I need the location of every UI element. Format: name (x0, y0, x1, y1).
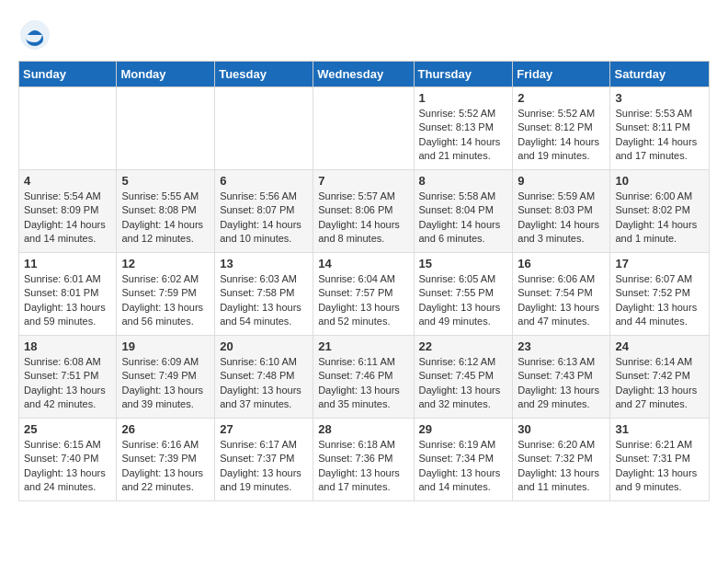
calendar-cell: 5Sunrise: 5:55 AM Sunset: 8:08 PM Daylig… (117, 170, 215, 253)
day-number: 5 (121, 174, 210, 188)
day-number: 20 (220, 339, 308, 353)
logo-icon (18, 18, 51, 52)
day-number: 14 (318, 257, 408, 270)
day-number: 19 (121, 339, 210, 353)
day-number: 10 (615, 174, 704, 188)
day-header-tuesday: Tuesday (215, 62, 313, 87)
day-number: 22 (419, 339, 508, 353)
cell-content: Sunrise: 6:19 AM Sunset: 7:34 PM Dayligh… (419, 438, 508, 495)
cell-content: Sunrise: 5:56 AM Sunset: 8:07 PM Dayligh… (220, 190, 308, 247)
cell-content: Sunrise: 6:04 AM Sunset: 7:57 PM Dayligh… (318, 272, 408, 329)
day-header-wednesday: Wednesday (313, 62, 414, 87)
cell-content: Sunrise: 6:18 AM Sunset: 7:36 PM Dayligh… (318, 438, 408, 495)
cell-content: Sunrise: 6:21 AM Sunset: 7:31 PM Dayligh… (615, 438, 704, 495)
cell-content: Sunrise: 6:16 AM Sunset: 7:39 PM Dayligh… (121, 438, 210, 495)
calendar-cell: 29Sunrise: 6:19 AM Sunset: 7:34 PM Dayli… (414, 419, 513, 501)
cell-content: Sunrise: 6:07 AM Sunset: 7:52 PM Dayligh… (615, 272, 704, 329)
cell-content: Sunrise: 6:20 AM Sunset: 7:32 PM Dayligh… (518, 438, 605, 495)
day-number: 13 (220, 257, 308, 270)
calendar-cell: 2Sunrise: 5:52 AM Sunset: 8:12 PM Daylig… (513, 87, 610, 170)
calendar-cell: 14Sunrise: 6:04 AM Sunset: 7:57 PM Dayli… (313, 253, 414, 336)
day-header-monday: Monday (117, 62, 215, 87)
cell-content: Sunrise: 5:54 AM Sunset: 8:09 PM Dayligh… (24, 190, 111, 247)
cell-content: Sunrise: 6:12 AM Sunset: 7:45 PM Dayligh… (419, 355, 508, 412)
day-number: 6 (220, 174, 308, 188)
cell-content: Sunrise: 5:57 AM Sunset: 8:06 PM Dayligh… (318, 190, 408, 247)
calendar-cell (215, 87, 313, 170)
day-number: 2 (518, 91, 605, 105)
cell-content: Sunrise: 6:09 AM Sunset: 7:49 PM Dayligh… (121, 355, 210, 412)
day-number: 31 (615, 422, 704, 436)
day-header-sunday: Sunday (19, 62, 117, 87)
day-header-friday: Friday (513, 62, 610, 87)
calendar-cell: 3Sunrise: 5:53 AM Sunset: 8:11 PM Daylig… (610, 87, 710, 170)
cell-content: Sunrise: 5:53 AM Sunset: 8:11 PM Dayligh… (615, 107, 704, 164)
day-header-thursday: Thursday (414, 62, 513, 87)
cell-content: Sunrise: 6:06 AM Sunset: 7:54 PM Dayligh… (518, 272, 605, 329)
calendar-table: SundayMondayTuesdayWednesdayThursdayFrid… (18, 61, 710, 501)
cell-content: Sunrise: 6:17 AM Sunset: 7:37 PM Dayligh… (220, 438, 308, 495)
day-number: 12 (121, 257, 210, 270)
calendar-cell: 26Sunrise: 6:16 AM Sunset: 7:39 PM Dayli… (117, 419, 215, 501)
calendar-cell (313, 87, 414, 170)
calendar-cell: 17Sunrise: 6:07 AM Sunset: 7:52 PM Dayli… (610, 253, 710, 336)
calendar-cell: 30Sunrise: 6:20 AM Sunset: 7:32 PM Dayli… (513, 419, 610, 501)
calendar-cell: 18Sunrise: 6:08 AM Sunset: 7:51 PM Dayli… (19, 336, 117, 419)
calendar-cell: 12Sunrise: 6:02 AM Sunset: 7:59 PM Dayli… (117, 253, 215, 336)
day-number: 7 (318, 174, 408, 188)
calendar-cell: 7Sunrise: 5:57 AM Sunset: 8:06 PM Daylig… (313, 170, 414, 253)
cell-content: Sunrise: 5:59 AM Sunset: 8:03 PM Dayligh… (518, 190, 605, 247)
day-number: 17 (615, 257, 704, 270)
calendar-cell: 28Sunrise: 6:18 AM Sunset: 7:36 PM Dayli… (313, 419, 414, 501)
day-number: 15 (419, 257, 508, 270)
cell-content: Sunrise: 6:11 AM Sunset: 7:46 PM Dayligh… (318, 355, 408, 412)
day-number: 26 (121, 422, 210, 436)
day-number: 16 (518, 257, 605, 270)
cell-content: Sunrise: 5:52 AM Sunset: 8:13 PM Dayligh… (419, 107, 508, 164)
cell-content: Sunrise: 6:13 AM Sunset: 7:43 PM Dayligh… (518, 355, 605, 412)
calendar-cell (117, 87, 215, 170)
calendar-cell: 19Sunrise: 6:09 AM Sunset: 7:49 PM Dayli… (117, 336, 215, 419)
day-number: 27 (220, 422, 308, 436)
calendar-cell: 6Sunrise: 5:56 AM Sunset: 8:07 PM Daylig… (215, 170, 313, 253)
cell-content: Sunrise: 6:15 AM Sunset: 7:40 PM Dayligh… (24, 438, 111, 495)
calendar-cell: 24Sunrise: 6:14 AM Sunset: 7:42 PM Dayli… (610, 336, 710, 419)
page-header (18, 18, 710, 52)
day-number: 18 (24, 339, 111, 353)
cell-content: Sunrise: 6:08 AM Sunset: 7:51 PM Dayligh… (24, 355, 111, 412)
day-number: 28 (318, 422, 408, 436)
calendar-cell: 16Sunrise: 6:06 AM Sunset: 7:54 PM Dayli… (513, 253, 610, 336)
calendar-cell: 9Sunrise: 5:59 AM Sunset: 8:03 PM Daylig… (513, 170, 610, 253)
day-header-saturday: Saturday (610, 62, 710, 87)
cell-content: Sunrise: 6:10 AM Sunset: 7:48 PM Dayligh… (220, 355, 308, 412)
calendar-cell: 15Sunrise: 6:05 AM Sunset: 7:55 PM Dayli… (414, 253, 513, 336)
calendar-cell: 8Sunrise: 5:58 AM Sunset: 8:04 PM Daylig… (414, 170, 513, 253)
cell-content: Sunrise: 5:52 AM Sunset: 8:12 PM Dayligh… (518, 107, 605, 164)
cell-content: Sunrise: 5:55 AM Sunset: 8:08 PM Dayligh… (121, 190, 210, 247)
calendar-cell (19, 87, 117, 170)
cell-content: Sunrise: 6:01 AM Sunset: 8:01 PM Dayligh… (24, 272, 111, 329)
cell-content: Sunrise: 6:05 AM Sunset: 7:55 PM Dayligh… (419, 272, 508, 329)
calendar-cell: 23Sunrise: 6:13 AM Sunset: 7:43 PM Dayli… (513, 336, 610, 419)
day-number: 29 (419, 422, 508, 436)
cell-content: Sunrise: 5:58 AM Sunset: 8:04 PM Dayligh… (419, 190, 508, 247)
calendar-cell: 25Sunrise: 6:15 AM Sunset: 7:40 PM Dayli… (19, 419, 117, 501)
calendar-cell: 4Sunrise: 5:54 AM Sunset: 8:09 PM Daylig… (19, 170, 117, 253)
day-number: 30 (518, 422, 605, 436)
calendar-cell: 1Sunrise: 5:52 AM Sunset: 8:13 PM Daylig… (414, 87, 513, 170)
day-number: 21 (318, 339, 408, 353)
calendar-cell: 11Sunrise: 6:01 AM Sunset: 8:01 PM Dayli… (19, 253, 117, 336)
logo (18, 18, 55, 52)
day-number: 11 (24, 257, 111, 270)
calendar-cell: 10Sunrise: 6:00 AM Sunset: 8:02 PM Dayli… (610, 170, 710, 253)
cell-content: Sunrise: 6:14 AM Sunset: 7:42 PM Dayligh… (615, 355, 704, 412)
day-number: 23 (518, 339, 605, 353)
calendar-cell: 22Sunrise: 6:12 AM Sunset: 7:45 PM Dayli… (414, 336, 513, 419)
day-number: 24 (615, 339, 704, 353)
day-number: 8 (419, 174, 508, 188)
day-number: 3 (615, 91, 704, 105)
calendar-cell: 13Sunrise: 6:03 AM Sunset: 7:58 PM Dayli… (215, 253, 313, 336)
cell-content: Sunrise: 6:00 AM Sunset: 8:02 PM Dayligh… (615, 190, 704, 247)
calendar-cell: 20Sunrise: 6:10 AM Sunset: 7:48 PM Dayli… (215, 336, 313, 419)
day-number: 9 (518, 174, 605, 188)
